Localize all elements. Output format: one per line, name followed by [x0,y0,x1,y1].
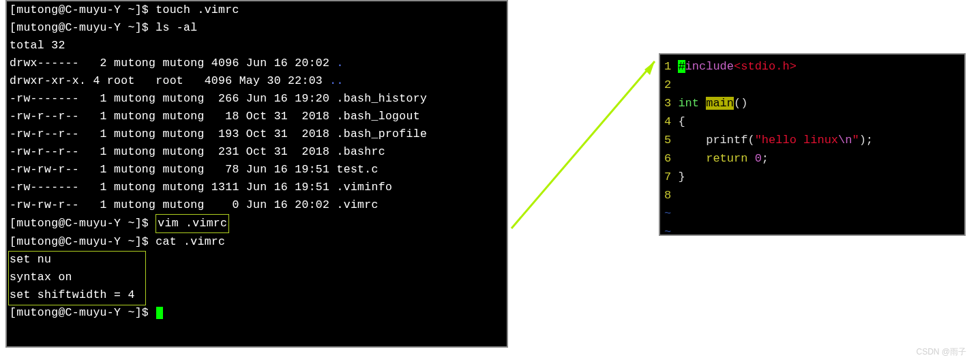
svg-marker-1 [644,61,655,75]
cursor-icon [156,307,163,319]
watermark-text: CSDN @雨子 [916,346,966,358]
prompt: [mutong@C-muyu-Y ~]$ [10,3,149,16]
vim-tilde-line: ~ [664,223,960,236]
file-row: -rw-r--r-- 1 mutong mutong 18 Oct 31 201… [10,108,504,125]
vim-line: 4 { [664,112,960,131]
vimrc-line: set nu [10,251,504,269]
terminal-left[interactable]: [mutong@C-muyu-Y ~]$ touch .vimrc [muton… [5,0,508,348]
file-row: drwx------ 2 mutong mutong 4096 Jun 16 2… [10,55,504,72]
svg-line-0 [511,61,655,228]
vim-line: 1 #include<stdio.h> [664,57,960,76]
file-row: -rw------- 1 mutong mutong 266 Jun 16 19… [10,90,504,108]
vim-tilde-area: ~~ [664,205,960,236]
command-text: cat .vimrc [149,235,225,248]
vim-line: 3 int main() [664,94,960,112]
vim-tilde-line: ~ [664,205,960,223]
vimrc-line: syntax on [10,269,504,286]
vim-line: 5 printf("hello linux\n"); [664,131,960,149]
file-row: -rw-r--r-- 1 mutong mutong 231 Oct 31 20… [10,143,504,161]
prompt: [mutong@C-muyu-Y ~]$ [10,235,149,248]
vim-line: 2 [664,76,960,94]
file-listing: drwx------ 2 mutong mutong 4096 Jun 16 2… [10,55,504,214]
cmd-line-vim: [mutong@C-muyu-Y ~]$ vim .vimrc [10,214,504,233]
total-line: total 32 [10,37,504,55]
vim-code-area: 1 #include<stdio.h>2 3 int main()4 {5 pr… [664,57,960,205]
annotation-arrow [505,48,665,239]
command-text: touch .vimrc [149,3,239,16]
command-text: ls -al [149,21,197,34]
cmd-line-cat: [mutong@C-muyu-Y ~]$ cat .vimrc [10,233,504,251]
file-row: -rw-rw-r-- 1 mutong mutong 78 Jun 16 19:… [10,161,504,179]
cmd-line-ls: [mutong@C-muyu-Y ~]$ ls -al [10,19,504,37]
vim-line: 8 [664,186,960,205]
vim-editor[interactable]: 1 #include<stdio.h>2 3 int main()4 {5 pr… [659,53,966,236]
highlighted-cmd-vim: vim .vimrc [155,214,229,233]
file-row: -rw-rw-r-- 1 mutong mutong 0 Jun 16 20:0… [10,196,504,214]
file-row: -rw------- 1 mutong mutong 1311 Jun 16 1… [10,179,504,196]
vim-line: 6 return 0; [664,149,960,168]
cmd-line-touch: [mutong@C-muyu-Y ~]$ touch .vimrc [10,1,504,19]
vimrc-output-block: set nu syntax on set shiftwidth = 4 [10,251,504,304]
final-prompt-line: [mutong@C-muyu-Y ~]$ [10,304,504,322]
file-row: -rw-r--r-- 1 mutong mutong 193 Oct 31 20… [10,125,504,143]
file-row: drwxr-xr-x. 4 root root 4096 May 30 22:0… [10,72,504,90]
prompt: [mutong@C-muyu-Y ~]$ [10,217,149,230]
vim-line: 7 } [664,168,960,186]
vimrc-line: set shiftwidth = 4 [10,286,504,304]
prompt: [mutong@C-muyu-Y ~]$ [10,21,149,34]
prompt: [mutong@C-muyu-Y ~]$ [10,306,155,319]
